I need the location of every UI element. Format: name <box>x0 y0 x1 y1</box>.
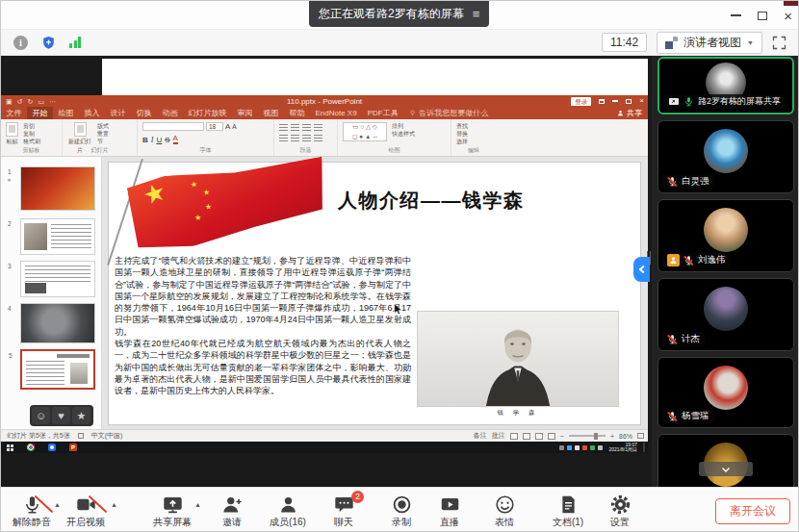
comments-button[interactable]: 批注 <box>492 431 505 441</box>
share-options-caret[interactable]: ▲ <box>194 501 201 508</box>
language-label[interactable]: 中文(中国) <box>91 431 123 441</box>
notes-button[interactable]: 备注 <box>474 431 487 441</box>
tab-pdf-tools[interactable]: PDF工具 <box>362 107 403 119</box>
show-desktop-button[interactable] <box>643 443 645 452</box>
underline-button[interactable]: U <box>156 136 162 144</box>
grow-font-icon[interactable]: A <box>225 122 230 131</box>
slide-thumbnail-5[interactable]: 5 <box>20 349 95 390</box>
unmute-button[interactable]: 解除静音 <box>7 494 57 529</box>
banner-menu-icon[interactable]: ≡ <box>473 8 480 20</box>
tab-help[interactable]: 帮助 <box>284 107 310 119</box>
scroll-more-button[interactable] <box>699 462 753 476</box>
fullscreen-icon[interactable] <box>772 36 786 50</box>
mic-options-caret[interactable]: ▲ <box>54 501 61 508</box>
ppt-maximize-icon[interactable] <box>626 99 631 104</box>
minimize-icon[interactable] <box>731 14 741 16</box>
fit-slide-icon[interactable] <box>637 433 644 439</box>
zoom-in-icon[interactable]: + <box>610 433 614 440</box>
tray-icon[interactable] <box>567 445 572 450</box>
tab-draw[interactable]: 绘图 <box>53 107 79 119</box>
font-name-select[interactable] <box>142 122 204 131</box>
tray-icon[interactable] <box>590 445 595 450</box>
video-options-caret[interactable]: ▲ <box>111 501 117 508</box>
start-video-button[interactable]: 开启视频 <box>61 494 111 529</box>
participant-tile-sharing[interactable]: 路2罗有栋的屏幕共享 <box>657 57 794 114</box>
info-icon[interactable]: i <box>13 36 28 50</box>
tab-view[interactable]: 视图 <box>258 107 284 119</box>
tab-slideshow[interactable]: 幻灯片放映 <box>183 107 232 119</box>
slideshow-view-icon[interactable] <box>548 433 555 440</box>
reading-view-icon[interactable] <box>535 433 543 440</box>
participant-tile[interactable]: 刘逸伟 <box>657 199 794 272</box>
participant-tile[interactable]: 杨雪瑞 <box>657 357 794 428</box>
chat-button[interactable]: 2 聊天 <box>319 494 369 529</box>
slide-thumbnail-1[interactable]: 1 ★ <box>20 166 95 211</box>
powerpoint-taskbar-icon[interactable]: P <box>69 443 77 451</box>
tab-home[interactable]: 开始 <box>27 107 53 119</box>
tray-icon[interactable] <box>559 445 564 450</box>
italic-button[interactable]: I <box>151 136 154 144</box>
share-screen-button[interactable]: 共享屏幕 <box>147 494 197 529</box>
taskbar-clock[interactable]: 19:072021/8/1周日 <box>609 443 637 453</box>
ppt-share-button[interactable]: 共享 <box>617 108 642 118</box>
tray-icon[interactable] <box>598 445 603 450</box>
paragraph-icons[interactable] <box>279 122 322 142</box>
layout-button[interactable]: 版式 <box>97 123 109 130</box>
tab-transitions[interactable]: 切换 <box>131 107 157 119</box>
emoji-button[interactable]: 表情 <box>479 494 529 529</box>
tab-file[interactable]: 文件 <box>1 107 27 119</box>
live-button[interactable]: 直播 <box>425 494 475 529</box>
invite-button[interactable]: 邀请 <box>207 494 257 529</box>
replace-button[interactable]: 替换 <box>456 131 468 138</box>
format-painter-button[interactable]: 格式刷 <box>23 139 40 145</box>
maximize-icon[interactable] <box>758 12 767 20</box>
shield-icon[interactable] <box>41 36 56 50</box>
shapes-gallery[interactable]: ▭ ○ △ ◇◻ ● ▲ ─ <box>343 122 387 141</box>
ppt-close-icon[interactable]: × <box>639 97 644 105</box>
slide-thumbnail-2[interactable]: 2 <box>20 218 95 255</box>
ribbon-options-icon[interactable] <box>599 99 605 104</box>
tab-insert[interactable]: 插入 <box>79 107 105 119</box>
ppt-minimize-icon[interactable] <box>612 100 618 102</box>
tab-endnote[interactable]: EndNote X9 <box>310 107 362 119</box>
current-slide[interactable]: ★ ★ ★ ★ ★ 人物介绍——钱学森 主持完成了“喷气和火箭技术的建立”规划，… <box>109 163 640 424</box>
docs-button[interactable]: 文档(1) <box>540 494 596 529</box>
start-button-icon[interactable] <box>7 444 13 451</box>
arrange-button[interactable]: 排列 <box>392 123 415 130</box>
star-icon[interactable]: ★ <box>72 407 90 424</box>
quick-styles-button[interactable]: 快速样式 <box>392 131 415 138</box>
view-mode-button[interactable]: 演讲者视图 ▼ <box>657 32 762 54</box>
signal-icon[interactable] <box>69 37 81 48</box>
shrink-font-icon[interactable]: A <box>232 123 236 130</box>
record-button[interactable]: 录制 <box>376 494 426 529</box>
cut-button[interactable]: 剪切 <box>23 123 40 130</box>
select-button[interactable]: 选择 <box>456 139 468 145</box>
slide-thumbnail-4[interactable]: 4 <box>20 303 95 343</box>
zoom-out-icon[interactable]: − <box>560 433 564 440</box>
reset-button[interactable]: 重置 <box>97 131 109 138</box>
sorter-view-icon[interactable] <box>523 433 530 440</box>
strikethrough-button[interactable]: S <box>165 136 169 144</box>
participant-tile[interactable]: 计杰 <box>657 278 794 351</box>
members-button[interactable]: 成员(16) <box>261 494 315 529</box>
section-button[interactable]: 节 <box>97 139 109 145</box>
font-size-select[interactable]: 18 <box>206 122 223 131</box>
find-button[interactable]: 查找 <box>456 123 468 130</box>
tray-icon[interactable] <box>575 445 580 450</box>
participant-tile-partial[interactable] <box>657 434 794 487</box>
close-icon[interactable]: × <box>784 9 792 23</box>
settings-button[interactable]: 设置 <box>595 494 645 529</box>
tab-review[interactable]: 审阅 <box>232 107 258 119</box>
chrome-icon[interactable] <box>27 443 35 451</box>
participant-tile[interactable]: 白灵强 <box>657 120 794 193</box>
tray-icon[interactable] <box>582 445 587 450</box>
zoom-level[interactable]: 86% <box>619 433 632 440</box>
meeting-app-icon[interactable] <box>48 443 56 451</box>
collapse-sidebar-button[interactable] <box>633 257 650 282</box>
bold-button[interactable]: B <box>142 136 148 144</box>
normal-view-icon[interactable] <box>510 433 518 440</box>
copy-button[interactable]: 复制 <box>23 131 40 138</box>
paste-button[interactable]: 粘贴 <box>6 122 18 146</box>
tab-animations[interactable]: 动画 <box>157 107 183 119</box>
heart-icon[interactable]: ♥ <box>52 407 70 424</box>
